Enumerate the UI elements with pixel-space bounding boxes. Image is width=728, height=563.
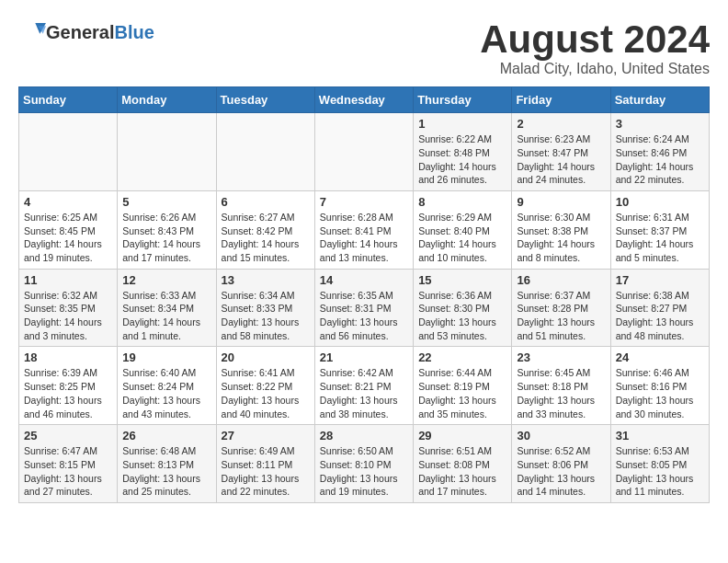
day-info: Sunrise: 6:22 AM Sunset: 8:48 PM Dayligh… [418,132,506,187]
calendar-cell: 14Sunrise: 6:35 AM Sunset: 8:31 PM Dayli… [314,269,413,347]
day-number: 25 [24,429,112,442]
calendar-cell: 7Sunrise: 6:28 AM Sunset: 8:41 PM Daylig… [314,190,413,269]
day-info: Sunrise: 6:42 AM Sunset: 8:21 PM Dayligh… [320,366,408,420]
logo-general: General [46,22,114,43]
calendar-cell: 24Sunrise: 6:46 AM Sunset: 8:16 PM Dayli… [610,347,709,425]
calendar-cell: 28Sunrise: 6:50 AM Sunset: 8:10 PM Dayli… [314,425,413,503]
day-number: 10 [616,195,704,209]
day-number: 18 [24,350,112,364]
calendar-cell: 10Sunrise: 6:31 AM Sunset: 8:37 PM Dayli… [610,190,709,269]
calendar-cell: 11Sunrise: 6:32 AM Sunset: 8:35 PM Dayli… [19,269,118,347]
logo-blue: Blue [114,22,154,43]
day-number: 29 [418,429,506,442]
day-info: Sunrise: 6:40 AM Sunset: 8:24 PM Dayligh… [122,366,210,420]
week-row-2: 4Sunrise: 6:25 AM Sunset: 8:45 PM Daylig… [19,190,710,269]
day-info: Sunrise: 6:39 AM Sunset: 8:25 PM Dayligh… [24,366,112,420]
day-number: 28 [320,429,408,442]
day-number: 11 [24,273,112,287]
calendar-cell: 9Sunrise: 6:30 AM Sunset: 8:38 PM Daylig… [512,190,610,269]
day-number: 4 [24,195,112,209]
weekday-header-tuesday: Tuesday [216,87,314,113]
day-number: 6 [222,195,310,209]
calendar-cell [216,113,314,191]
calendar-cell [19,113,118,191]
day-number: 15 [418,273,506,287]
calendar-cell: 29Sunrise: 6:51 AM Sunset: 8:08 PM Dayli… [414,425,512,503]
calendar-cell: 16Sunrise: 6:37 AM Sunset: 8:28 PM Dayli… [512,269,610,347]
day-number: 12 [122,273,210,287]
day-info: Sunrise: 6:32 AM Sunset: 8:35 PM Dayligh… [24,289,112,343]
week-row-5: 25Sunrise: 6:47 AM Sunset: 8:15 PM Dayli… [19,425,710,503]
calendar-cell: 26Sunrise: 6:48 AM Sunset: 8:13 PM Dayli… [118,425,216,503]
location-title: Malad City, Idaho, United States [480,61,710,77]
day-number: 24 [616,350,704,364]
title-area: August 2024 Malad City, Idaho, United St… [480,18,710,77]
day-info: Sunrise: 6:35 AM Sunset: 8:31 PM Dayligh… [320,289,408,343]
calendar-cell: 1Sunrise: 6:22 AM Sunset: 8:48 PM Daylig… [414,113,512,191]
calendar-cell: 22Sunrise: 6:44 AM Sunset: 8:19 PM Dayli… [414,347,512,425]
logo: GeneralBlue [18,18,154,46]
calendar-cell: 8Sunrise: 6:29 AM Sunset: 8:40 PM Daylig… [414,190,512,269]
day-number: 13 [222,273,310,287]
day-info: Sunrise: 6:33 AM Sunset: 8:34 PM Dayligh… [122,289,210,343]
calendar-cell: 21Sunrise: 6:42 AM Sunset: 8:21 PM Dayli… [314,347,413,425]
header: GeneralBlue August 2024 Malad City, Idah… [18,18,710,77]
day-info: Sunrise: 6:49 AM Sunset: 8:11 PM Dayligh… [222,444,310,499]
calendar-cell: 15Sunrise: 6:36 AM Sunset: 8:30 PM Dayli… [414,269,512,347]
weekday-header-row: SundayMondayTuesdayWednesdayThursdayFrid… [19,87,710,113]
day-info: Sunrise: 6:53 AM Sunset: 8:05 PM Dayligh… [616,444,704,499]
logo-icon [18,18,46,46]
day-info: Sunrise: 6:24 AM Sunset: 8:46 PM Dayligh… [616,132,704,187]
week-row-4: 18Sunrise: 6:39 AM Sunset: 8:25 PM Dayli… [19,347,710,425]
day-number: 8 [418,195,506,209]
calendar-cell: 2Sunrise: 6:23 AM Sunset: 8:47 PM Daylig… [512,113,610,191]
weekday-header-saturday: Saturday [610,87,709,113]
calendar-cell: 12Sunrise: 6:33 AM Sunset: 8:34 PM Dayli… [118,269,216,347]
weekday-header-monday: Monday [118,87,216,113]
day-number: 26 [122,429,210,442]
day-info: Sunrise: 6:34 AM Sunset: 8:33 PM Dayligh… [222,289,310,343]
day-info: Sunrise: 6:51 AM Sunset: 8:08 PM Dayligh… [418,444,506,499]
weekday-header-wednesday: Wednesday [314,87,413,113]
day-number: 16 [517,273,605,287]
day-info: Sunrise: 6:23 AM Sunset: 8:47 PM Dayligh… [517,132,605,187]
day-number: 7 [320,195,408,209]
day-number: 19 [122,350,210,364]
calendar-table: SundayMondayTuesdayWednesdayThursdayFrid… [18,86,710,503]
calendar-cell: 13Sunrise: 6:34 AM Sunset: 8:33 PM Dayli… [216,269,314,347]
day-number: 17 [616,273,704,287]
calendar-cell: 3Sunrise: 6:24 AM Sunset: 8:46 PM Daylig… [610,113,709,191]
day-info: Sunrise: 6:52 AM Sunset: 8:06 PM Dayligh… [517,444,605,499]
day-info: Sunrise: 6:25 AM Sunset: 8:45 PM Dayligh… [24,211,112,265]
month-title: August 2024 [480,18,710,61]
calendar-cell: 20Sunrise: 6:41 AM Sunset: 8:22 PM Dayli… [216,347,314,425]
calendar-cell [314,113,413,191]
week-row-3: 11Sunrise: 6:32 AM Sunset: 8:35 PM Dayli… [19,269,710,347]
day-number: 3 [616,117,704,131]
weekday-header-sunday: Sunday [19,87,118,113]
day-info: Sunrise: 6:41 AM Sunset: 8:22 PM Dayligh… [222,366,310,420]
day-number: 22 [418,350,506,364]
calendar-cell: 5Sunrise: 6:26 AM Sunset: 8:43 PM Daylig… [118,190,216,269]
day-number: 14 [320,273,408,287]
day-number: 2 [517,117,605,131]
calendar-cell: 23Sunrise: 6:45 AM Sunset: 8:18 PM Dayli… [512,347,610,425]
day-number: 27 [222,429,310,442]
day-info: Sunrise: 6:29 AM Sunset: 8:40 PM Dayligh… [418,211,506,265]
day-info: Sunrise: 6:48 AM Sunset: 8:13 PM Dayligh… [122,444,210,499]
day-number: 5 [122,195,210,209]
calendar-cell: 6Sunrise: 6:27 AM Sunset: 8:42 PM Daylig… [216,190,314,269]
day-info: Sunrise: 6:50 AM Sunset: 8:10 PM Dayligh… [320,444,408,499]
day-info: Sunrise: 6:26 AM Sunset: 8:43 PM Dayligh… [122,211,210,265]
day-info: Sunrise: 6:27 AM Sunset: 8:42 PM Dayligh… [222,211,310,265]
day-number: 21 [320,350,408,364]
calendar-cell: 17Sunrise: 6:38 AM Sunset: 8:27 PM Dayli… [610,269,709,347]
weekday-header-thursday: Thursday [414,87,512,113]
calendar-cell: 19Sunrise: 6:40 AM Sunset: 8:24 PM Dayli… [118,347,216,425]
day-info: Sunrise: 6:46 AM Sunset: 8:16 PM Dayligh… [616,366,704,420]
day-info: Sunrise: 6:44 AM Sunset: 8:19 PM Dayligh… [418,366,506,420]
calendar-cell: 31Sunrise: 6:53 AM Sunset: 8:05 PM Dayli… [610,425,709,503]
day-info: Sunrise: 6:28 AM Sunset: 8:41 PM Dayligh… [320,211,408,265]
calendar-cell: 18Sunrise: 6:39 AM Sunset: 8:25 PM Dayli… [19,347,118,425]
day-info: Sunrise: 6:47 AM Sunset: 8:15 PM Dayligh… [24,444,112,499]
